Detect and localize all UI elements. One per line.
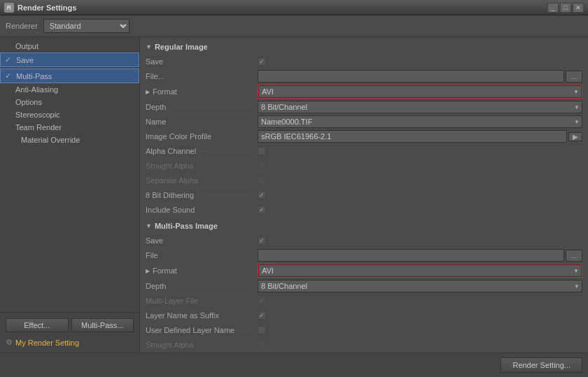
image-color-profile-arrow[interactable]: ▶ [568,132,582,141]
ctrl-include-sound [258,206,582,214]
check-teamrender [4,123,13,131]
triangle-mp-format: ▶ [146,268,150,274]
label-8bit-dithering: 8 Bit Dithering [146,191,258,199]
row-mp-user-defined: User Defined Layer Name [146,324,582,336]
check-antialiasing [4,85,13,94]
mp-depth-select[interactable]: 8 Bit/Channel 16 Bit/Channel [258,280,582,292]
sidebar-item-multipass[interactable]: ✓ Multi-Pass [0,69,139,83]
multipass-button[interactable]: Multi-Pass... [71,318,134,332]
checkbox-include-sound[interactable] [258,206,266,214]
row-straight-alpha: Straight Alpha [146,159,582,172]
minimize-button[interactable]: _ [547,3,559,13]
label-alpha-channel: Alpha Channel [146,147,258,155]
row-include-sound: Include Sound [146,204,582,216]
label-mp-format: ▶ Format [146,266,258,275]
row-format: ▶ Format AVI TIFF PNG JPEG [146,85,582,99]
renderer-select[interactable]: Standard Physical Hardware OpenGL [43,19,130,33]
checkbox-mp-straight-alpha[interactable] [258,341,266,349]
mp-file-browse-button[interactable]: ... [566,250,582,262]
effect-button[interactable]: Effect... [6,318,69,332]
ctrl-mp-straight-alpha [258,341,582,349]
renderer-bar: Renderer Standard Physical Hardware Open… [0,15,588,37]
checkbox-mp-multilayer[interactable] [258,297,266,305]
checkbox-straight-alpha[interactable] [258,162,266,170]
ctrl-straight-alpha [258,162,582,170]
check-save: ✓ [5,55,13,64]
label-mp-user-defined: User Defined Layer Name [146,326,258,334]
render-setting-item[interactable]: ⚙ My Render Setting [6,338,134,347]
checkbox-mp-user-defined[interactable] [258,326,266,334]
regular-image-title: Regular Image [155,43,208,51]
sidebar: Output ✓ Save ✓ Multi-Pass [0,37,140,353]
row-file: File... ... [146,70,582,83]
row-depth: Depth 8 Bit/Channel 16 Bit/Channel 32 Bi… [146,101,582,113]
sidebar-label-options: Options [15,98,42,106]
sidebar-item-materialoverride[interactable]: Material Override [0,134,139,146]
ctrl-image-color-profile: ▶ [258,130,582,143]
name-select[interactable]: Name0000.TIF [258,115,582,128]
window-title: Render Settings [18,3,76,12]
close-button[interactable]: ✕ [573,3,584,13]
row-mp-straight-alpha: Straight Alpha [146,339,582,351]
triangle-format: ▶ [146,89,150,95]
check-stereoscopic [4,111,13,119]
sidebar-item-options[interactable]: Options [0,96,139,108]
label-mp-straight-alpha: Straight Alpha [146,341,258,349]
sidebar-item-stereoscopic[interactable]: Stereoscopic [0,108,139,121]
label-include-sound: Include Sound [146,206,258,214]
row-mp-multilayer: Multi-Layer File [146,294,582,307]
checkbox-separate-alpha[interactable] [258,176,266,185]
sidebar-label-output: Output [15,42,38,50]
sidebar-item-teamrender[interactable]: Team Render [0,121,139,134]
ctrl-file: ... [258,70,582,83]
row-mp-file: File ... [146,249,582,262]
file-browse-button[interactable]: ... [566,71,582,83]
sidebar-btn-row: Effect... Multi-Pass... [6,318,134,332]
label-format: ▶ Format [146,87,258,96]
window: R Render Settings _ □ ✕ Renderer Standar… [0,0,588,377]
sidebar-label-multipass: Multi-Pass [16,72,52,80]
main-content: ▼ Regular Image Save File... [140,37,588,353]
sidebar-label-materialoverride: Material Override [21,136,80,144]
gear-icon: ⚙ [6,338,13,347]
ctrl-mp-save [258,236,582,245]
mp-format-select[interactable]: AVI TIFF PNG [258,264,582,277]
label-mp-multilayer: Multi-Layer File [146,297,258,305]
file-input[interactable] [258,70,564,83]
check-options [4,98,13,106]
row-mp-layer-suffix: Layer Name as Suffix [146,309,582,322]
sidebar-label-teamrender: Team Render [15,123,62,131]
maximize-button[interactable]: □ [560,3,571,13]
sidebar-label-antialiasing: Anti-Aliasing [15,85,58,94]
row-mp-depth: Depth 8 Bit/Channel 16 Bit/Channel [146,280,582,292]
ctrl-save [258,57,582,66]
checkbox-mp-save[interactable] [258,236,266,245]
depth-select[interactable]: 8 Bit/Channel 16 Bit/Channel 32 Bit/Chan… [258,101,582,113]
row-mp-format: ▶ Format AVI TIFF PNG [146,264,582,278]
sidebar-item-save[interactable]: ✓ Save [0,52,139,67]
check-multipass: ✓ [5,71,13,80]
row-save: Save [146,55,582,68]
ctrl-mp-format: AVI TIFF PNG [258,264,582,278]
checkbox-8bit-dithering[interactable] [258,191,266,199]
format-select[interactable]: AVI TIFF PNG JPEG [258,85,582,98]
renderer-label: Renderer [6,22,38,30]
image-color-profile-input[interactable] [258,130,567,143]
render-setting-button[interactable]: Render Setting... [500,357,582,373]
ctrl-mp-multilayer [258,297,582,305]
checkbox-save[interactable] [258,57,266,66]
checkbox-alpha-channel[interactable] [258,147,266,155]
row-name: Name Name0000.TIF [146,115,582,128]
checkbox-mp-layer-suffix[interactable] [258,311,266,320]
ctrl-8bit-dithering [258,191,582,199]
sidebar-item-output[interactable]: Output [0,40,139,52]
multi-pass-title: Multi-Pass Image [155,222,218,230]
sidebar-item-antialiasing[interactable]: Anti-Aliasing [0,83,139,96]
row-separate-alpha: Separate Alpha [146,174,582,187]
ctrl-depth: 8 Bit/Channel 16 Bit/Channel 32 Bit/Chan… [258,101,582,113]
row-8bit-dithering: 8 Bit Dithering [146,189,582,201]
mp-file-input[interactable] [258,249,564,262]
label-save: Save [146,57,258,66]
label-depth: Depth [146,103,258,111]
ctrl-format: AVI TIFF PNG JPEG [258,85,582,99]
